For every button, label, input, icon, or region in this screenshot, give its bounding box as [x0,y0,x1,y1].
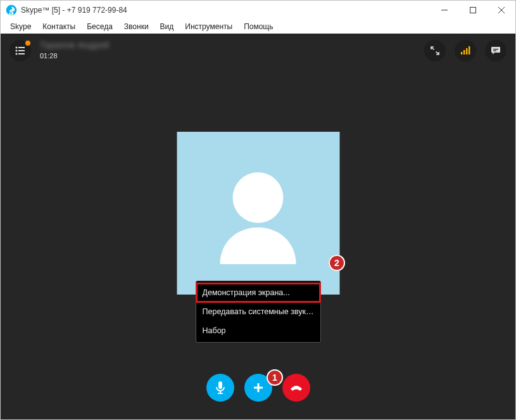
svg-point-5 [15,46,17,48]
menu-view[interactable]: Вид [154,21,180,32]
call-header: Тарапов Андрей 01:28 [9,40,109,61]
maximize-button[interactable] [458,1,487,20]
contact-name: Тарапов Андрей [40,40,109,50]
annotation-badge-1: 1 [267,369,283,386]
svg-rect-8 [18,50,25,51]
svg-rect-18 [493,51,496,51]
minimize-button[interactable] [430,1,458,20]
menu-help[interactable]: Помощь [238,21,279,32]
mic-icon [215,381,226,395]
call-top-actions [424,40,507,61]
call-quality-button[interactable] [455,40,476,61]
contact-info: Тарапов Андрей 01:28 [40,40,109,60]
list-icon [15,46,25,55]
signal-icon [460,46,470,55]
notification-dot-icon [25,41,30,46]
avatar-placeholder-icon [211,163,306,264]
menubar: Skype Контакты Беседа Звонки Вид Инструм… [1,20,515,34]
svg-rect-17 [493,49,498,49]
svg-rect-16 [469,46,470,54]
app-window: Skype™ [5] - +7 919 772-99-84 Skype Конт… [0,0,516,420]
call-area: Тарапов Андрей 01:28 [1,34,515,419]
close-button[interactable] [487,1,515,20]
avatar [177,132,339,295]
svg-rect-13 [461,52,462,54]
call-timer: 01:28 [40,52,109,60]
close-icon [498,7,505,13]
contacts-list-button[interactable] [9,40,31,61]
window-title: Skype™ [5] - +7 919 772-99-84 [21,6,127,15]
hangup-icon [289,380,304,395]
annotation-badge-2: 2 [329,255,345,271]
fullscreen-button[interactable] [424,40,446,61]
hangup-button[interactable] [282,374,310,402]
fullscreen-icon [431,46,439,55]
maximize-icon [470,7,476,13]
menu-skype[interactable]: Skype [4,21,37,32]
svg-rect-20 [218,381,222,389]
titlebar: Skype™ [5] - +7 919 772-99-84 [1,1,515,20]
menu-contacts[interactable]: Контакты [37,21,81,32]
menu-calls[interactable]: Звонки [118,21,154,32]
call-controls [206,374,310,402]
svg-rect-10 [18,53,25,54]
menu-item-system-sounds[interactable]: Передавать системные звуки... [196,302,320,321]
svg-rect-14 [463,50,465,54]
svg-point-7 [15,49,17,51]
menu-conversation[interactable]: Беседа [81,21,118,32]
svg-point-19 [233,172,284,223]
svg-point-9 [15,53,17,54]
skype-logo-icon [6,4,17,16]
add-menu-popup: Демонстрация экрана... Передавать систем… [196,281,321,343]
menu-tools[interactable]: Инструменты [179,21,238,32]
menu-item-dialpad[interactable]: Набор [196,321,320,340]
chat-button[interactable] [485,40,507,61]
plus-icon [252,381,265,394]
chat-icon [491,46,501,56]
menu-item-screen-share[interactable]: Демонстрация экрана... [196,283,320,302]
svg-rect-2 [470,8,475,13]
mute-button[interactable] [206,374,234,402]
svg-rect-15 [466,48,467,54]
svg-rect-6 [18,47,25,48]
minimize-icon [441,7,448,13]
